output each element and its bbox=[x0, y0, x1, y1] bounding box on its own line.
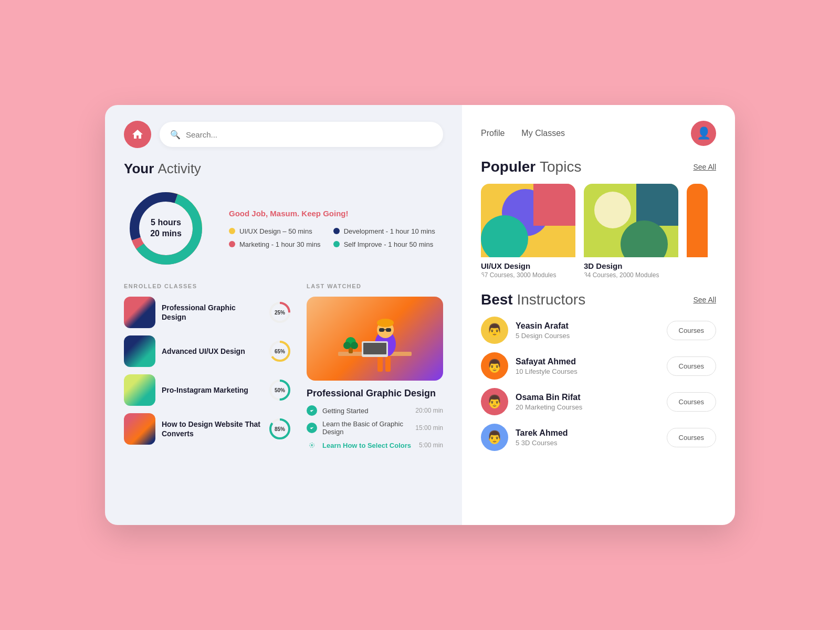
shape-teal-circle bbox=[481, 215, 528, 257]
class-thumb-3 bbox=[124, 374, 155, 406]
stat-item: Development - 1 hour 10 mins bbox=[333, 227, 435, 235]
instructor-courses-btn-3[interactable]: Courses bbox=[667, 392, 716, 412]
instructor-avatar-4: 👨 bbox=[481, 424, 508, 451]
instructor-courses-btn-1[interactable]: Courses bbox=[667, 321, 716, 340]
donut-center-text: 5 hours 20 mins bbox=[150, 217, 182, 239]
svg-rect-17 bbox=[386, 328, 391, 332]
lesson-check-icon bbox=[307, 405, 317, 416]
lesson-item[interactable]: Learn the Basic of Graphic Design 15:00 … bbox=[307, 420, 443, 436]
svg-point-27 bbox=[351, 342, 358, 349]
stat-item: UI/UX Design – 50 mins bbox=[229, 227, 321, 235]
instructor-courses-btn-4[interactable]: Courses bbox=[667, 428, 716, 447]
user-avatar[interactable]: 👤 bbox=[691, 121, 716, 146]
left-panel: 🔍 Your Activity bbox=[105, 105, 462, 525]
popular-topics-see-all[interactable]: See All bbox=[693, 163, 716, 171]
instructor-item: 👨 Osama Bin Rifat 20 Marketing Courses C… bbox=[481, 388, 716, 415]
stat-col-right: Development - 1 hour 10 mins Self Improv… bbox=[333, 227, 435, 248]
progress-ring-1: 25% bbox=[268, 300, 292, 324]
instructor-info-3: Osama Bin Rifat 20 Marketing Courses bbox=[516, 393, 659, 411]
shape-green-circle bbox=[621, 220, 668, 257]
instructor-item: 👨 Yeasin Arafat 5 Design Courses Courses bbox=[481, 317, 716, 344]
my-classes-nav-link[interactable]: My Classes bbox=[521, 129, 565, 138]
instructor-avatar-3: 👨 bbox=[481, 388, 508, 415]
class-thumb-1 bbox=[124, 297, 155, 328]
progress-ring-2: 65% bbox=[268, 339, 292, 363]
watched-image bbox=[307, 297, 443, 381]
svg-rect-20 bbox=[377, 356, 383, 372]
class-item[interactable]: How to Design Website That Converts 85% bbox=[124, 413, 292, 445]
search-input[interactable] bbox=[186, 130, 433, 139]
class-item[interactable]: Pro-Instagram Marketing 50% bbox=[124, 374, 292, 406]
popular-topics-header: Populer Topics See All bbox=[481, 159, 716, 175]
stat-dot-marketing bbox=[229, 241, 235, 247]
lesson-check-icon bbox=[307, 423, 317, 433]
watched-illustration bbox=[322, 299, 427, 378]
right-panel: Profile My Classes 👤 Populer Topics See … bbox=[462, 105, 735, 525]
topic-img-uiux bbox=[481, 184, 575, 257]
last-watched-section: LAST WATCHED bbox=[307, 283, 443, 452]
lesson-item[interactable]: Getting Started 20:00 min bbox=[307, 405, 443, 416]
popular-topics-title: Populer Topics bbox=[481, 159, 581, 175]
instructor-item: 👨 Safayat Ahmed 10 Lifestyle Courses Cou… bbox=[481, 352, 716, 380]
instructors-see-all[interactable]: See All bbox=[693, 296, 716, 304]
topics-row: UI/UX Design 67 Courses, 3000 Modules 3D… bbox=[481, 184, 716, 279]
best-instructors-header: Best Instructors See All bbox=[481, 291, 716, 308]
topic-img-3d bbox=[584, 184, 678, 257]
lesson-pause-icon bbox=[307, 440, 317, 450]
class-info-1: Professional Graphic Design bbox=[162, 303, 261, 322]
class-item[interactable]: Professional Graphic Design 25% bbox=[124, 297, 292, 328]
stat-dot-dev bbox=[333, 228, 340, 234]
stat-columns: UI/UX Design – 50 mins Marketing - 1 hou… bbox=[229, 227, 435, 248]
class-info-3: Pro-Instagram Marketing bbox=[162, 385, 261, 395]
activity-content: 5 hours 20 mins Good Job, Masum. Keep Go… bbox=[124, 186, 443, 270]
search-box: 🔍 bbox=[160, 122, 443, 147]
topic-card-uiux[interactable]: UI/UX Design 67 Courses, 3000 Modules bbox=[481, 184, 575, 279]
best-instructors-title: Best Instructors bbox=[481, 291, 585, 308]
enrolled-section: ENROLLED CLASSES Professional Graphic De… bbox=[124, 283, 292, 452]
activity-stats: Good Job, Masum. Keep Going! UI/UX Desig… bbox=[229, 209, 435, 248]
lesson-item[interactable]: Learn How to Select Colors 5:00 min bbox=[307, 440, 443, 450]
svg-rect-23 bbox=[363, 343, 386, 354]
watched-course-title: Professional Graphic Design bbox=[307, 388, 443, 399]
svg-point-19 bbox=[377, 319, 394, 327]
stat-dot-uiux bbox=[229, 228, 235, 234]
instructor-info-2: Safayat Ahmed 10 Lifestyle Courses bbox=[516, 357, 659, 375]
instructor-info-1: Yeasin Arafat 5 Design Courses bbox=[516, 321, 659, 340]
svg-point-26 bbox=[343, 342, 351, 349]
shape-red-rect bbox=[533, 184, 575, 226]
search-icon: 🔍 bbox=[170, 130, 181, 140]
instructor-courses-btn-2[interactable]: Courses bbox=[667, 356, 716, 376]
instructor-avatar-1: 👨 bbox=[481, 317, 508, 344]
stat-item: Marketing - 1 hour 30 mins bbox=[229, 240, 321, 248]
shape-cream-circle bbox=[594, 192, 631, 228]
svg-rect-29 bbox=[311, 444, 312, 446]
best-instructors-section: Best Instructors See All 👨 Yeasin Arafat… bbox=[481, 291, 716, 451]
class-info-2: Advanced UI/UX Design bbox=[162, 346, 261, 356]
top-bar-left: 🔍 bbox=[124, 121, 443, 148]
lesson-list: Getting Started 20:00 min Learn the Basi… bbox=[307, 405, 443, 450]
instructors-list: 👨 Yeasin Arafat 5 Design Courses Courses… bbox=[481, 317, 716, 451]
stat-item: Self Improve - 1 hour 50 mins bbox=[333, 240, 435, 248]
popular-topics-section: Populer Topics See All UI/UX Design 67 C… bbox=[481, 159, 716, 279]
profile-nav-link[interactable]: Profile bbox=[481, 129, 505, 138]
svg-rect-16 bbox=[379, 328, 384, 332]
class-item[interactable]: Advanced UI/UX Design 65% bbox=[124, 335, 292, 367]
shape-teal-rect bbox=[636, 184, 678, 226]
top-bar-right: Profile My Classes 👤 bbox=[481, 121, 716, 146]
instructor-avatar-2: 👨 bbox=[481, 352, 508, 380]
stat-col-left: UI/UX Design – 50 mins Marketing - 1 hou… bbox=[229, 227, 321, 248]
home-button[interactable] bbox=[124, 121, 151, 148]
activity-section: Your Activity bbox=[124, 161, 443, 270]
instructor-info-4: Tarek Ahmed 5 3D Courses bbox=[516, 428, 659, 447]
class-info-4: How to Design Website That Converts bbox=[162, 419, 261, 438]
home-icon bbox=[131, 128, 144, 141]
topic-card-3d[interactable]: 3D Design 34 Courses, 2000 Modules bbox=[584, 184, 678, 279]
topic-card-graphic[interactable] bbox=[687, 184, 708, 279]
activity-donut: 5 hours 20 mins bbox=[124, 186, 208, 270]
progress-ring-4: 85% bbox=[268, 417, 292, 441]
class-thumb-2 bbox=[124, 335, 155, 367]
topic-img-graphic bbox=[687, 184, 708, 257]
svg-rect-30 bbox=[312, 444, 312, 446]
stat-dot-selfimprove bbox=[333, 241, 340, 247]
last-watched-label: LAST WATCHED bbox=[307, 283, 443, 289]
